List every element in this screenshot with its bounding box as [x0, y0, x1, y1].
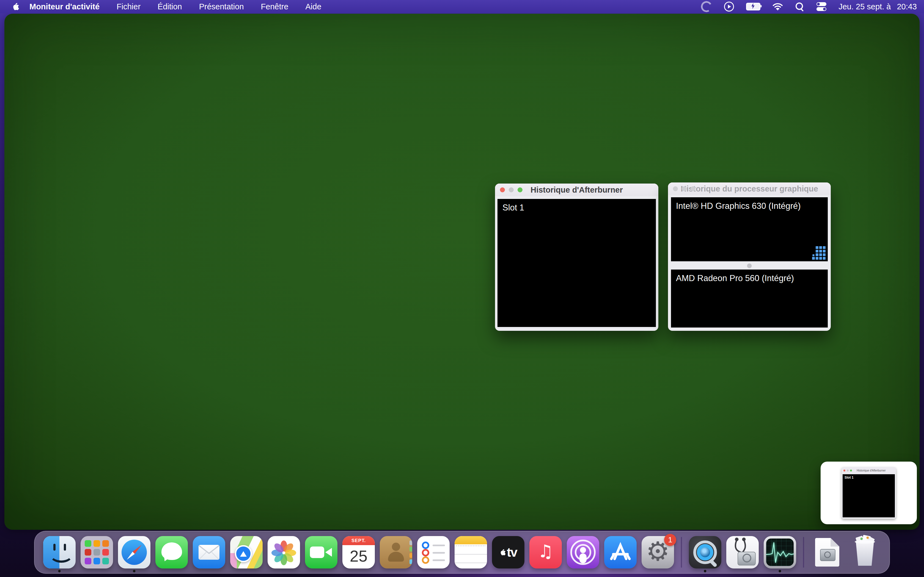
- podcasts-icon: [567, 536, 599, 569]
- dock-item-disk-image-document[interactable]: [811, 536, 843, 569]
- close-button[interactable]: [673, 186, 678, 191]
- dock-item-activity-monitor[interactable]: [764, 536, 796, 569]
- intel-gpu-graph: Intel® HD Graphics 630 (Intégré): [671, 197, 828, 261]
- afterburner-titlebar[interactable]: Historique d'Afterburner: [495, 184, 658, 196]
- gpu-usage-blocks: [812, 246, 825, 259]
- dock-item-maps[interactable]: [230, 536, 263, 569]
- thumbnail-graph: Slot 1: [843, 474, 895, 517]
- apple-tv-icon: tv: [492, 536, 524, 569]
- dock-item-disk-utility[interactable]: [726, 536, 759, 569]
- control-center-icon[interactable]: [816, 2, 826, 11]
- calendar-icon: SEPT. 25: [342, 536, 375, 569]
- launchpad-icon: [81, 536, 113, 569]
- menu-clock[interactable]: Jeu. 25 sept. à 20:43: [838, 2, 917, 11]
- thumbnail-window-title: Historique d'Afterburner: [857, 469, 885, 472]
- dock-item-system-settings[interactable]: 1: [641, 536, 674, 569]
- thumbnail-mini-window: Historique d'Afterburner Slot 1: [842, 467, 896, 519]
- gpu-window-title: Historique du processeur graphique: [681, 184, 818, 193]
- thumbnail-mini-titlebar: Historique d'Afterburner: [842, 467, 896, 474]
- amd-gpu-graph: AMD Radeon Pro 560 (Intégré): [671, 269, 828, 327]
- menu-bar: Moniteur d'activité Fichier Édition Prés…: [0, 0, 924, 13]
- menu-item-edition[interactable]: Édition: [158, 2, 182, 11]
- dock-item-reminders[interactable]: [417, 536, 450, 569]
- minimize-button[interactable]: [682, 186, 687, 191]
- notification-badge: 1: [664, 534, 676, 546]
- amd-gpu-label: AMD Radeon Pro 560 (Intégré): [671, 269, 799, 287]
- dock-item-calendar[interactable]: SEPT. 25: [342, 536, 375, 569]
- clock-date: Jeu. 25 sept. à: [838, 2, 891, 11]
- apple-tv-label: tv: [507, 545, 517, 560]
- minimize-button[interactable]: [509, 187, 514, 192]
- running-indicator: [779, 570, 781, 572]
- dock-item-music[interactable]: ♫: [529, 536, 562, 569]
- dock-separator: [803, 537, 804, 568]
- play-circle-icon[interactable]: [724, 2, 734, 11]
- zoom-button[interactable]: [691, 186, 695, 191]
- screenshot-thumbnail[interactable]: Historique d'Afterburner Slot 1: [821, 462, 917, 524]
- mail-icon: [193, 536, 225, 569]
- facetime-icon: [305, 536, 338, 569]
- finder-icon: [43, 536, 76, 569]
- afterburner-slot-label: Slot 1: [498, 199, 529, 216]
- dock-item-notes[interactable]: [455, 536, 487, 569]
- menu-item-aide[interactable]: Aide: [305, 2, 321, 11]
- afterburner-window[interactable]: Historique d'Afterburner Slot 1: [495, 184, 658, 331]
- dock-item-safari[interactable]: [118, 536, 150, 569]
- running-indicator: [704, 570, 706, 572]
- dock-item-contacts[interactable]: [380, 536, 412, 569]
- dock: SEPT. 25 tv ♫: [34, 531, 890, 574]
- gpu-titlebar[interactable]: Historique du processeur graphique: [668, 182, 831, 195]
- loading-spinner-icon[interactable]: [700, 0, 713, 13]
- menu-item-fenetre[interactable]: Fenêtre: [261, 2, 289, 11]
- running-indicator: [58, 570, 61, 572]
- dock-item-launchpad[interactable]: [81, 536, 113, 569]
- dock-item-facetime[interactable]: [305, 536, 338, 569]
- app-store-icon: [604, 536, 636, 569]
- running-indicator: [133, 570, 136, 572]
- thumbnail-slot-label: Slot 1: [843, 474, 856, 481]
- contacts-icon: [380, 536, 412, 569]
- music-icon: ♫: [529, 536, 562, 569]
- menu-item-presentation[interactable]: Présentation: [199, 2, 244, 11]
- gpu-history-window[interactable]: Historique du processeur graphique Intel…: [668, 182, 831, 331]
- intel-gpu-label: Intel® HD Graphics 630 (Intégré): [671, 197, 806, 215]
- dock-item-app-store[interactable]: [604, 536, 636, 569]
- dock-item-trash[interactable]: [848, 536, 881, 569]
- battery-charging-icon[interactable]: [746, 3, 760, 10]
- activity-monitor-icon: [764, 536, 796, 569]
- dock-item-podcasts[interactable]: [567, 536, 599, 569]
- dock-item-mail[interactable]: [193, 536, 225, 569]
- dock-item-quicktime-player[interactable]: [689, 536, 721, 569]
- dock-item-finder[interactable]: [43, 536, 76, 569]
- reminders-icon: [417, 536, 450, 569]
- disk-utility-icon: [726, 536, 759, 569]
- afterburner-window-title: Historique d'Afterburner: [530, 185, 623, 195]
- trash-full-icon: [848, 536, 881, 569]
- close-button[interactable]: [500, 187, 505, 192]
- spotlight-search-icon[interactable]: [795, 2, 804, 11]
- photos-icon: [268, 536, 300, 569]
- notes-icon: [455, 536, 487, 569]
- dock-item-photos[interactable]: [268, 536, 300, 569]
- apple-menu-icon[interactable]: [11, 2, 19, 11]
- dock-item-apple-tv[interactable]: tv: [492, 536, 524, 569]
- afterburner-graph: Slot 1: [498, 199, 656, 327]
- menu-app-name[interactable]: Moniteur d'activité: [29, 2, 100, 11]
- dock-item-messages[interactable]: [155, 536, 188, 569]
- zoom-button[interactable]: [517, 187, 522, 192]
- dock-separator: [681, 537, 682, 568]
- calendar-day-label: 25: [342, 543, 375, 569]
- messages-icon: [155, 536, 188, 569]
- thumbnail-traffic-lights: [843, 469, 852, 472]
- disk-image-document-icon: [811, 536, 843, 569]
- pane-splitter-handle[interactable]: [747, 263, 752, 268]
- clock-time: 20:43: [897, 2, 917, 11]
- quicktime-icon: [689, 536, 721, 569]
- safari-icon: [118, 536, 150, 569]
- wifi-icon[interactable]: [772, 3, 783, 10]
- maps-icon: [230, 536, 263, 569]
- menu-item-fichier[interactable]: Fichier: [116, 2, 141, 11]
